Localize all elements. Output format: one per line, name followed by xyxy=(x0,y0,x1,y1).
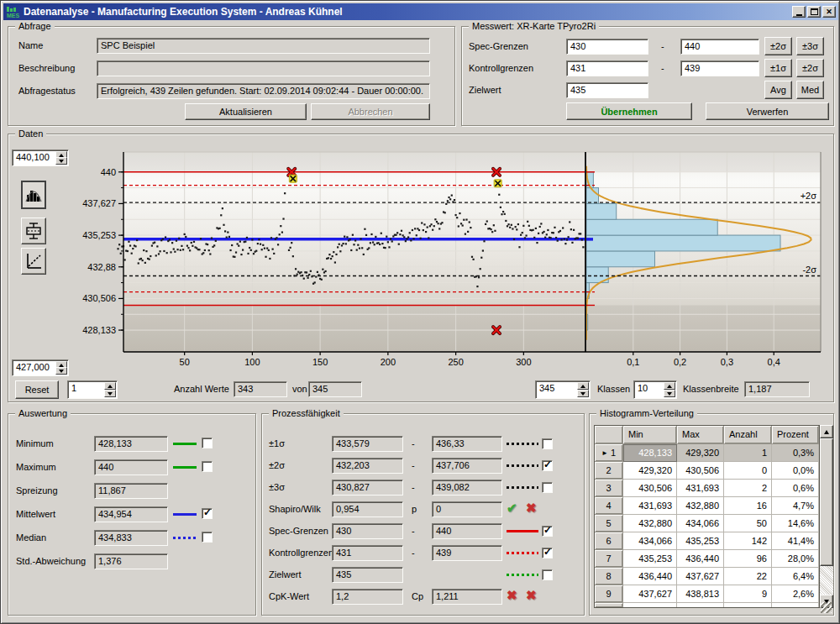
cell[interactable]: 430,506 xyxy=(677,462,724,480)
count-spinner[interactable]: 345 xyxy=(535,380,591,399)
uebernehmen-button[interactable]: Übernehmen xyxy=(566,102,692,120)
cell[interactable]: 436,440 xyxy=(677,550,724,568)
maximum-checkbox[interactable] xyxy=(202,461,213,472)
row-header[interactable]: 8 xyxy=(595,568,623,585)
cell[interactable]: 432,880 xyxy=(623,515,677,532)
cell[interactable]: 0,3% xyxy=(772,444,819,462)
row-header[interactable]: ►1 xyxy=(595,444,623,462)
spin-up-icon[interactable] xyxy=(664,382,675,390)
cell[interactable]: 28,0% xyxy=(772,550,819,568)
spec-2sigma-button[interactable]: ±2σ xyxy=(764,37,792,55)
cell[interactable]: 6,4% xyxy=(772,568,819,585)
table-row[interactable]: 9437,627438,81392,6% xyxy=(595,585,819,603)
spin-down-icon[interactable] xyxy=(104,390,116,397)
column-header-min[interactable]: Min xyxy=(623,426,677,444)
table-row[interactable]: 2429,320430,50600,0% xyxy=(595,462,819,480)
cell[interactable]: 435,253 xyxy=(623,550,677,568)
close-button[interactable]: ✕ xyxy=(822,6,836,18)
spin-up-icon[interactable] xyxy=(577,382,589,390)
table-row[interactable]: 6434,066435,25314241,4% xyxy=(595,532,819,550)
control-lower-input[interactable]: 431 xyxy=(566,60,648,76)
row-header[interactable]: 9 xyxy=(595,585,623,603)
abbrechen-button[interactable]: Abbrechen xyxy=(311,103,430,120)
cell[interactable]: 0 xyxy=(724,462,772,480)
cell[interactable]: 438,813 xyxy=(677,585,724,603)
scrollbar-thumb[interactable] xyxy=(820,438,833,566)
median-checkbox[interactable] xyxy=(202,532,213,543)
prozess-checkbox[interactable] xyxy=(542,482,553,493)
row-header[interactable]: 7 xyxy=(595,550,623,568)
aktualisieren-button[interactable]: Aktualisieren xyxy=(185,103,307,120)
cell[interactable]: 41,4% xyxy=(772,532,819,550)
minimum-checkbox[interactable] xyxy=(202,438,213,448)
cell[interactable]: 14,6% xyxy=(772,515,819,532)
row-header-column[interactable] xyxy=(595,426,623,444)
cell[interactable]: 437,627 xyxy=(623,585,677,603)
cell[interactable]: 435,253 xyxy=(677,532,724,550)
cell[interactable]: 432,880 xyxy=(677,497,724,515)
maximize-button[interactable] xyxy=(807,6,821,18)
cell[interactable]: 142 xyxy=(724,532,772,550)
cell[interactable]: 436,440 xyxy=(623,568,677,585)
prozess-checkbox[interactable] xyxy=(542,548,553,558)
table-row[interactable]: ►1428,133429,32010,3% xyxy=(595,444,819,462)
cell[interactable]: 96 xyxy=(724,550,772,568)
cell[interactable]: 16 xyxy=(724,497,772,515)
verwerfen-button[interactable]: Verwerfen xyxy=(706,102,829,120)
cell[interactable]: 431,693 xyxy=(623,497,677,515)
prozess-checkbox[interactable] xyxy=(542,438,553,449)
table-scrollbar[interactable] xyxy=(820,425,833,608)
column-header-prozent[interactable]: Prozent xyxy=(772,426,819,444)
histogram-view-button[interactable] xyxy=(21,181,46,209)
control-upper-input[interactable]: 439 xyxy=(680,60,759,76)
spin-down-icon[interactable] xyxy=(577,390,589,397)
avg-button[interactable]: Avg xyxy=(764,81,792,99)
reset-button[interactable]: Reset xyxy=(15,380,59,399)
zielwert-input[interactable]: 435 xyxy=(566,82,648,98)
cell[interactable]: 434,066 xyxy=(677,515,724,532)
spin-down-icon[interactable] xyxy=(55,157,67,165)
cell[interactable]: 437,627 xyxy=(677,568,724,585)
row-header[interactable]: 4 xyxy=(595,497,623,515)
med-button[interactable]: Med xyxy=(796,81,824,99)
prozess-checkbox[interactable] xyxy=(542,460,553,471)
cell[interactable]: 2 xyxy=(724,480,772,497)
table-row[interactable]: 3430,506431,69320,6% xyxy=(595,480,819,497)
scroll-up-button[interactable] xyxy=(820,425,833,438)
row-header[interactable]: 3 xyxy=(595,480,623,497)
spin-up-icon[interactable] xyxy=(104,382,116,390)
cell[interactable]: 1 xyxy=(724,444,772,462)
klassen-spinner[interactable]: 10 xyxy=(633,380,677,399)
spin-down-icon[interactable] xyxy=(55,367,67,375)
mittelwert-checkbox[interactable] xyxy=(202,508,213,519)
minimize-button[interactable] xyxy=(792,6,806,18)
spin-down-icon[interactable] xyxy=(664,390,675,397)
row-header[interactable]: 2 xyxy=(595,462,623,480)
cell[interactable]: 431,693 xyxy=(677,480,724,497)
cell[interactable]: 429,320 xyxy=(677,444,724,462)
prozess-checkbox[interactable] xyxy=(542,569,553,580)
row-header[interactable]: 5 xyxy=(595,515,623,532)
cell[interactable]: 429,320 xyxy=(623,462,677,480)
column-header-max[interactable]: Max xyxy=(677,426,724,444)
control-1sigma-button[interactable]: ±1σ xyxy=(764,59,792,77)
cell[interactable]: 9 xyxy=(724,585,772,603)
spec-upper-input[interactable]: 440 xyxy=(680,39,759,55)
spec-lower-input[interactable]: 430 xyxy=(566,39,648,55)
cell[interactable]: 428,133 xyxy=(623,444,677,462)
cell[interactable]: 4,7% xyxy=(772,497,819,515)
cell[interactable]: 430,506 xyxy=(623,480,677,497)
row-header[interactable]: 6 xyxy=(595,532,623,550)
control-2sigma-button[interactable]: ±2σ xyxy=(796,59,824,77)
table-row[interactable]: 5432,880434,0665014,6% xyxy=(595,515,819,532)
index-spinner[interactable]: 1 xyxy=(67,380,118,399)
prozess-checkbox[interactable] xyxy=(542,526,553,537)
resize-grip[interactable] xyxy=(821,602,832,613)
cell[interactable]: 22 xyxy=(724,568,772,585)
cell[interactable]: 0,0% xyxy=(772,462,819,480)
trend-view-button[interactable] xyxy=(21,248,46,275)
cell[interactable]: 434,066 xyxy=(623,532,677,550)
cell[interactable]: 2,6% xyxy=(772,585,819,603)
cell[interactable]: 50 xyxy=(724,515,772,532)
table-row[interactable]: 8436,440437,627226,4% xyxy=(595,568,819,585)
